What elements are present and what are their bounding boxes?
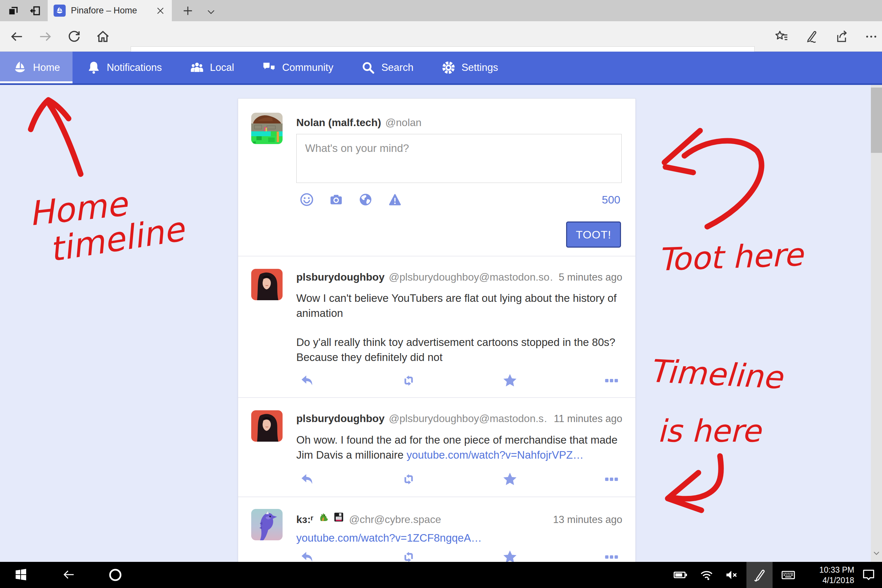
reply-icon[interactable] [299, 372, 315, 389]
post-link[interactable]: youtube.com/watch?v=NahfojrVPZ… [406, 449, 584, 461]
post-link[interactable]: youtube.com/watch?v=1ZCF8ngqeA… [296, 532, 482, 544]
bell-icon [86, 60, 101, 75]
battery-icon[interactable] [673, 567, 688, 582]
browser-toolbar: https://dev.pinafore.social/ [0, 21, 882, 52]
post-display-name[interactable]: plsburydoughboy [296, 271, 384, 283]
share-icon[interactable] [834, 29, 849, 44]
magnifier-icon [361, 60, 376, 75]
compose-input[interactable] [296, 134, 622, 183]
boost-icon[interactable] [400, 372, 417, 389]
chat-bubbles-icon [262, 60, 277, 75]
favorites-hub-icon[interactable] [774, 29, 789, 44]
browser-tab-bar: Pinafore – Home [0, 0, 882, 21]
nav-label-search: Search [381, 62, 413, 74]
page-scrollbar[interactable] [871, 85, 882, 562]
pen-icon [752, 567, 767, 582]
more-options-icon[interactable] [603, 549, 620, 562]
toot-button[interactable]: TOOT! [566, 222, 621, 248]
nav-item-search[interactable]: Search [347, 52, 427, 83]
avatar[interactable] [251, 509, 283, 540]
reply-icon[interactable] [299, 471, 315, 488]
wifi-icon[interactable] [699, 567, 714, 582]
camera-icon[interactable] [328, 192, 344, 207]
name-emojis [318, 511, 345, 523]
nav-label-settings: Settings [462, 62, 498, 74]
windows-start-icon[interactable] [14, 567, 29, 582]
more-icon[interactable] [864, 29, 879, 44]
taskbar-back-icon[interactable] [62, 567, 76, 582]
post-text: Do y'all really think toy advertisement … [296, 335, 624, 365]
globe-icon[interactable] [358, 192, 373, 207]
nav-item-local[interactable]: Local [176, 52, 248, 83]
reply-icon[interactable] [299, 549, 315, 562]
post-actions [299, 372, 620, 389]
post-text: Wow I can't believe YouTubers are flat o… [296, 291, 624, 321]
browser-tab[interactable]: Pinafore – Home [48, 0, 172, 21]
set-tabs-aside-icon[interactable] [29, 4, 41, 17]
compose-header: Nolan (malf.tech) @nolan [296, 117, 622, 129]
post-header: plsburydoughboy @plsburydoughboy@mastodo… [296, 271, 622, 283]
emoji-icon[interactable] [299, 192, 314, 207]
pen-button-highlight[interactable] [746, 562, 772, 588]
post-header: plsburydoughboy @plsburydoughboy@mastodo… [296, 412, 622, 424]
compose-handle: @nolan [386, 117, 422, 129]
nav-item-community[interactable]: Community [248, 52, 347, 83]
post-header: kз:ʳ @chr@cybre.space 13 minutes ago [296, 511, 622, 526]
post-display-name[interactable]: plsburydoughboy [296, 412, 384, 424]
favorite-icon[interactable] [502, 549, 518, 562]
tab-preview-icon[interactable] [7, 4, 20, 17]
sailboat-icon [12, 60, 27, 75]
gear-icon [441, 60, 456, 75]
taskbar-clock[interactable]: 10:33 PM 4/1/2018 [802, 564, 854, 585]
home-icon[interactable] [95, 29, 110, 44]
timeline-card: Nolan (malf.tech) @nolan 500 TOOT! plsbu… [238, 98, 636, 562]
scrollbar-thumb[interactable] [871, 87, 882, 153]
more-options-icon[interactable] [603, 372, 620, 389]
pinafore-nav: Home Notifications Local Community Searc… [0, 52, 882, 85]
new-tab-icon[interactable] [182, 4, 194, 17]
scroll-down-icon[interactable] [872, 549, 881, 557]
divider [238, 496, 635, 497]
close-tab-icon[interactable] [156, 6, 165, 16]
boost-icon[interactable] [400, 549, 417, 562]
post-handle: @chr@cybre.space [349, 513, 441, 526]
tab-list-chevron-icon[interactable] [206, 6, 218, 19]
page-background: Nolan (malf.tech) @nolan 500 TOOT! plsbu… [0, 85, 882, 562]
favorite-icon[interactable] [502, 372, 518, 389]
boost-icon[interactable] [400, 471, 417, 488]
pinafore-favicon [54, 4, 66, 16]
nav-label-notifications: Notifications [107, 62, 162, 74]
post-timestamp[interactable]: 5 minutes ago [552, 272, 622, 283]
forward-icon[interactable] [38, 29, 53, 44]
char-counter: 500 [602, 194, 620, 206]
touch-keyboard-icon[interactable] [781, 567, 796, 582]
clock-time: 10:33 PM [802, 564, 854, 575]
action-center-icon[interactable] [861, 567, 876, 582]
avatar[interactable] [251, 113, 283, 144]
content-warning-icon[interactable] [387, 192, 402, 207]
post-display-name[interactable]: kз:ʳ [296, 513, 313, 526]
cortana-icon[interactable] [108, 567, 123, 582]
back-icon[interactable] [9, 29, 24, 44]
post-text: youtube.com/watch?v=1ZCF8ngqeA… [296, 531, 624, 546]
dragon-emoji [318, 511, 330, 523]
more-options-icon[interactable] [603, 471, 620, 488]
clock-date: 4/1/2018 [802, 575, 854, 585]
nav-item-home[interactable]: Home [0, 52, 72, 83]
post-timestamp[interactable]: 11 minutes ago [547, 413, 622, 424]
volume-muted-icon[interactable] [724, 567, 740, 582]
web-note-pen-icon[interactable] [804, 29, 819, 44]
nav-label-local: Local [210, 62, 234, 74]
nav-label-home: Home [33, 62, 60, 74]
tab-title: Pinafore – Home [71, 6, 149, 16]
avatar[interactable] [251, 269, 283, 300]
refresh-icon[interactable] [67, 29, 82, 44]
floppy-disk-emoji [333, 511, 345, 523]
windows-taskbar: 10:33 PM 4/1/2018 [0, 562, 882, 588]
nav-item-settings[interactable]: Settings [427, 52, 512, 83]
post-timestamp[interactable]: 13 minutes ago [546, 514, 622, 526]
favorite-icon[interactable] [502, 471, 518, 488]
nav-item-notifications[interactable]: Notifications [72, 52, 176, 83]
people-icon [189, 60, 204, 75]
avatar[interactable] [251, 410, 283, 442]
